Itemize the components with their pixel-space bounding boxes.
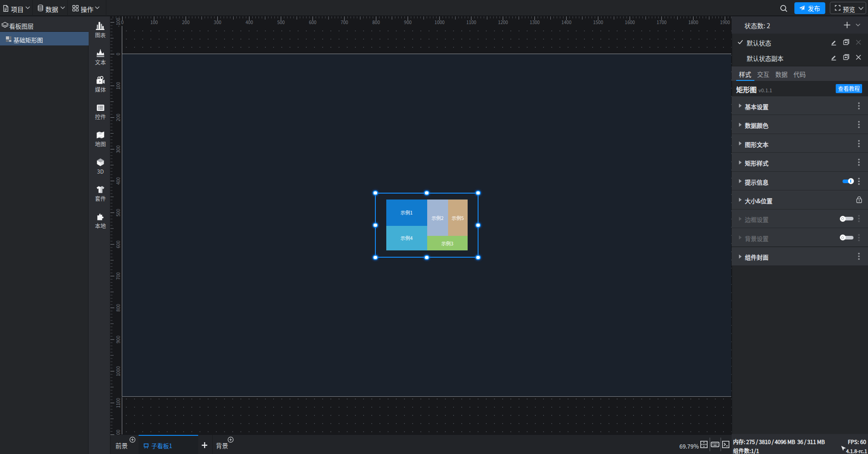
svg-text:0: 0 <box>115 53 121 55</box>
svg-text:200: 200 <box>182 19 190 25</box>
svg-text:1000: 1000 <box>434 19 445 25</box>
svg-text:500: 500 <box>277 19 285 25</box>
svg-text:400: 400 <box>245 19 253 25</box>
svg-text:1500: 1500 <box>593 19 604 25</box>
svg-text:900: 900 <box>115 335 121 343</box>
svg-text:700: 700 <box>341 19 349 25</box>
svg-text:1600: 1600 <box>625 19 635 25</box>
svg-text:1400: 1400 <box>561 19 572 25</box>
svg-text:500: 500 <box>115 209 121 216</box>
svg-text:1300: 1300 <box>529 19 540 25</box>
svg-text:100: 100 <box>115 82 121 90</box>
svg-text:400: 400 <box>115 177 121 185</box>
svg-text:600: 600 <box>115 240 121 248</box>
svg-text:1000: 1000 <box>115 366 121 376</box>
svg-text:300: 300 <box>214 19 221 25</box>
svg-text:700: 700 <box>115 272 121 280</box>
svg-text:-100: -100 <box>115 18 121 27</box>
svg-text:600: 600 <box>309 19 317 25</box>
svg-text:900: 900 <box>404 19 412 25</box>
svg-text:1100: 1100 <box>115 398 121 408</box>
svg-text:1700: 1700 <box>657 19 667 25</box>
svg-text:300: 300 <box>115 145 121 153</box>
svg-text:1900: 1900 <box>720 19 730 25</box>
svg-text:1800: 1800 <box>688 19 698 25</box>
svg-text:1100: 1100 <box>466 19 477 25</box>
svg-text:200: 200 <box>115 114 121 121</box>
svg-text:800: 800 <box>115 304 121 312</box>
svg-text:800: 800 <box>372 19 380 25</box>
svg-text:1200: 1200 <box>498 19 509 25</box>
svg-text:100: 100 <box>150 19 158 25</box>
